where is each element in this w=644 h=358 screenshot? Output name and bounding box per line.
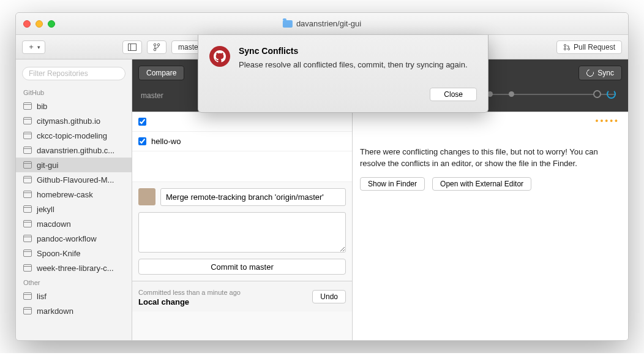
commit-node-ring[interactable] [593,90,601,98]
repo-icon [23,132,32,139]
sidebar-item-davanstrien[interactable]: davanstrien.github.c... [16,143,132,158]
compare-button[interactable]: Compare [138,66,184,80]
last-commit-block: Committed less than a minute ago Local c… [132,281,352,311]
file-row[interactable]: hello-wo [132,132,352,151]
open-external-editor-button[interactable]: Open with External Editor [432,177,531,191]
detail-actions: Show in Finder Open with External Editor [360,177,621,191]
content-split: hello-wo Commit to master Committed less… [132,112,628,340]
dialog-footer: Close [209,88,477,101]
titlebar: davanstrien/git-gui [16,13,628,35]
file-list: hello-wo [132,112,352,182]
add-button[interactable]: ＋▾ [22,40,45,54]
sidebar-item-jekyll[interactable]: jekyll [16,202,132,216]
repo-icon [23,292,32,300]
repo-label: git-gui [37,161,58,170]
repo-label: Spoon-Knife [37,249,81,258]
repo-icon [23,307,32,314]
commit-summary-input[interactable] [160,188,346,206]
dialog-message: Please resolve all conflicted files, com… [239,59,468,70]
sync-icon [585,68,595,78]
sidebar: Filter Repositories GitHub bib citymash.… [16,59,132,340]
syncing-spinner-icon [607,90,616,99]
repo-icon [23,176,32,183]
svg-point-3 [154,48,156,51]
filter-repositories-input[interactable]: Filter Repositories [22,67,125,80]
close-window-button[interactable] [23,20,31,28]
repo-label: ckcc-topic-modeling [37,131,107,140]
commit-description-input[interactable] [138,212,346,253]
zoom-window-button[interactable] [48,20,55,28]
repo-label: davanstrien.github.c... [37,146,114,155]
branch-button[interactable] [147,40,167,54]
branch-label: master [141,91,163,100]
commit-timeline [475,94,616,95]
sidebar-item-citymash[interactable]: citymash.github.io [16,113,132,128]
sidebar-section-other: Other [16,275,132,289]
select-all-row[interactable] [132,112,352,132]
commit-button[interactable]: Commit to master [138,259,346,275]
sync-button[interactable]: Sync [578,66,622,80]
select-all-checkbox[interactable] [138,118,146,126]
repo-icon [23,191,32,198]
conflict-indicator-icon: ••••• [595,116,620,126]
last-commit-text: Committed less than a minute ago Local c… [138,286,241,307]
repo-label: Github-Flavoured-M... [37,175,114,185]
blank-area [132,151,352,182]
repo-icon [23,102,32,110]
file-name: hello-wo [151,137,181,146]
repo-label: citymash.github.io [37,116,100,126]
show-in-finder-button[interactable]: Show in Finder [360,177,425,191]
sidebar-item-week-three[interactable]: week-three-library-c... [16,261,132,275]
sync-conflicts-dialog: Sync Conflicts Please resolve all confli… [198,35,489,113]
dialog-close-button[interactable]: Close [430,88,477,101]
chevron-down-icon: ▾ [37,44,40,50]
commit-summary-row [132,182,352,212]
dialog-body: Sync Conflicts Please resolve all confli… [209,46,477,70]
svg-point-6 [564,48,566,50]
svg-point-5 [564,44,566,46]
conflict-message: There were conflicting changes to this f… [360,147,621,170]
svg-point-2 [154,44,156,46]
app-window: davanstrien/git-gui ＋▾ master▾ 1 Uncommi… [15,12,629,341]
local-change-label: Local change [138,297,241,307]
sidebar-item-pandoc[interactable]: pandoc-workflow [16,231,132,246]
sidebar-item-ckcc[interactable]: ckcc-topic-modeling [16,128,132,143]
repo-label: markdown [37,307,73,316]
undo-button[interactable]: Undo [312,290,346,303]
repo-label: pandoc-workflow [37,234,97,243]
repo-label: bib [37,102,47,111]
sidebar-section-github: GitHub [16,85,132,99]
sidebar-toggle-button[interactable] [122,40,142,54]
svg-rect-0 [129,44,137,50]
repo-label: lisf [37,292,47,301]
sidebar-item-spoon-knife[interactable]: Spoon-Knife [16,246,132,261]
sync-label: Sync [597,69,614,77]
sidebar-item-gfm[interactable]: Github-Flavoured-M... [16,172,132,187]
sidebar-item-bib[interactable]: bib [16,99,132,113]
dialog-text: Sync Conflicts Please resolve all confli… [239,46,468,70]
pull-request-button[interactable]: Pull Request [556,40,622,54]
pull-request-label: Pull Request [574,43,615,51]
commit-node[interactable] [509,91,514,97]
svg-point-7 [567,48,569,50]
sidebar-item-macdown[interactable]: macdown [16,216,132,231]
repo-icon [23,264,32,272]
repo-icon [23,117,32,124]
sidebar-item-homebrew[interactable]: homebrew-cask [16,187,132,202]
repo-label: jekyll [37,205,54,214]
repo-icon [23,161,32,169]
sidebar-item-markdown[interactable]: markdown [16,303,132,318]
sidebar-item-git-gui[interactable]: git-gui [16,158,132,172]
avatar [138,188,155,205]
repo-icon [23,235,32,242]
repo-icon [23,205,32,213]
repo-icon [23,249,32,257]
file-checkbox[interactable] [138,137,146,145]
branch-icon [153,43,160,51]
sidebar-item-lisf[interactable]: lisf [16,289,132,303]
pull-request-icon [563,44,571,51]
minimize-window-button[interactable] [36,20,43,28]
repo-label: macdown [37,219,71,229]
window-title-text: davanstrien/git-gui [296,19,361,28]
repo-icon [23,147,32,154]
